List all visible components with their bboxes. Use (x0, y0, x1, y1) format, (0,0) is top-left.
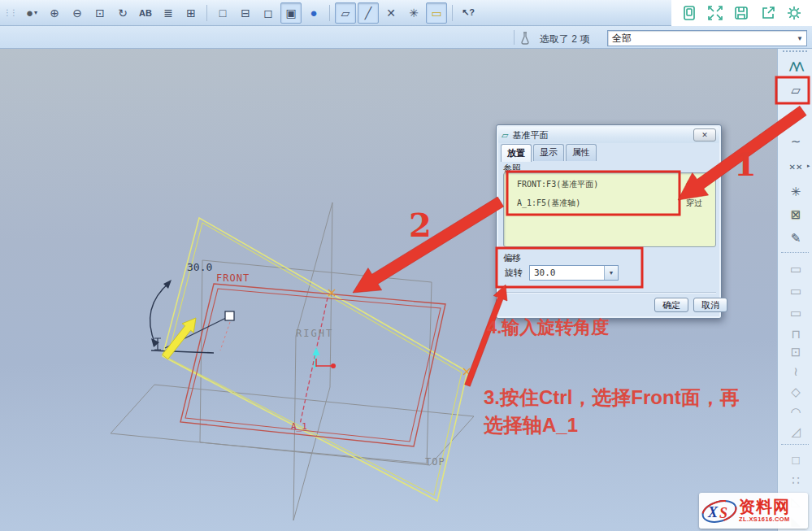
reference-constraint[interactable]: 穿过 (686, 198, 702, 209)
share-icon[interactable] (759, 4, 777, 22)
tab-placement[interactable]: 放置 (501, 144, 532, 162)
datum-plane-display-button[interactable]: ▱ (335, 2, 356, 24)
copy-geometry-icon: ▭ (790, 262, 801, 276)
zoom-in-button[interactable]: ⊕ (44, 2, 65, 24)
datum-point-display-button[interactable]: ✕ (380, 2, 402, 24)
context-help-button[interactable]: ↖? (458, 2, 479, 24)
fullscreen-icon[interactable] (706, 4, 724, 22)
dialog-separator (502, 292, 716, 294)
copy-geometry-button-2[interactable]: ▭ (784, 281, 808, 302)
reference-row[interactable]: FRONT:F3(基准平面) 偏移 (504, 179, 715, 190)
selection-filter-combobox[interactable]: 全部 ▼ (607, 30, 807, 46)
datum-curve-tool-button[interactable]: ∼ (784, 131, 808, 152)
coordinate-system-tool-button[interactable]: ✳ (784, 181, 808, 202)
top-plane-label: TOP (425, 456, 445, 468)
wireframe-display-button[interactable]: □ (212, 2, 233, 24)
angle-arc (150, 282, 170, 344)
cancel-button[interactable]: 取消 (693, 298, 727, 312)
reorient-button[interactable]: ↻ (112, 2, 133, 24)
boundary-blend-tool-button[interactable]: ◇ (784, 381, 808, 403)
reference-row[interactable]: A_1:F5(基准轴) 穿过 (504, 198, 715, 209)
tab-properties[interactable]: 属性 (566, 144, 597, 161)
pattern-tool-button[interactable]: ∷ (784, 470, 808, 491)
revolve-tool-button[interactable]: ⊡ (784, 342, 808, 363)
reorient-icon: ↻ (118, 7, 128, 20)
note-orientation-icon: AB (139, 8, 152, 18)
hidden-line-display-button[interactable]: ⊟ (235, 2, 256, 24)
coordinate-system-icon: ✳ (791, 185, 801, 199)
chevron-down-icon: ▾ (34, 9, 37, 16)
zoom-in-icon: ⊕ (50, 7, 59, 20)
sidebar-grip[interactable] (783, 50, 807, 52)
shaded-display-button[interactable]: ▣ (280, 2, 302, 24)
reference-constraint[interactable]: 偏移 (686, 179, 702, 190)
sketch-icon: ✎ (791, 231, 801, 246)
copy-geometry-button-1[interactable]: ▭ (784, 259, 808, 280)
sketch-tool-button[interactable]: ✎ (784, 228, 808, 249)
references-list[interactable]: FRONT:F3(基准平面) 偏移 A_1:F5(基准轴) 穿过 (503, 172, 716, 247)
datum-plane-icon: ▱ (791, 83, 801, 98)
rotation-dropdown-button[interactable]: ▼ (604, 266, 618, 280)
csys-display-button[interactable]: ✳ (403, 2, 424, 24)
chamfer-tool-button[interactable]: ◿ (784, 421, 808, 442)
datum-point-tool-button[interactable]: ✕✕ (784, 156, 808, 177)
toolbar-separator (452, 5, 453, 21)
shell-tool-button[interactable]: □ (784, 449, 808, 470)
round-tool-button[interactable]: ◠ (784, 402, 808, 423)
copy-geometry-button-3[interactable]: ▭ (784, 302, 808, 324)
view-manager-button[interactable]: ⊞ (180, 2, 202, 24)
hidden-edge-line (220, 322, 230, 350)
ok-button[interactable]: 确定 (654, 298, 688, 312)
offset-point-tool-button[interactable]: ⊠ (784, 204, 808, 225)
csys-x-arrow (316, 359, 331, 367)
no-hidden-display-button[interactable]: ◻ (258, 2, 279, 24)
datum-axis-display-button[interactable]: ╱ (358, 2, 379, 24)
toolbar-grip[interactable]: ⋮⋮ (3, 8, 16, 17)
realtime-render-button[interactable]: ● (303, 2, 324, 24)
rotation-drag-handle[interactable] (225, 311, 234, 320)
watermark-logo-x: X (707, 504, 719, 520)
sweep-tool-button[interactable]: ≀ (784, 361, 808, 382)
save-icon[interactable] (732, 4, 750, 22)
dropdown-arrow-icon[interactable]: ▼ (793, 35, 806, 42)
reference-name: A_1:F5(基准轴) (517, 198, 580, 209)
refit-button[interactable]: ⊡ (89, 2, 111, 24)
wireframe-cube-icon: □ (219, 7, 226, 20)
annotation-display-icon: ▭ (431, 7, 441, 20)
flyout-arrow-icon[interactable]: ▸ (807, 163, 810, 169)
annotation-display-button[interactable]: ▭ (426, 2, 447, 24)
rotation-value[interactable]: 30.0 (530, 268, 604, 278)
cad-application-window: ⋮⋮ ●▾ ⊕ ⊖ ⊡ ↻ AB ≣ ⊞ □ ⊟ ◻ ▣ ● ▱ ╱ ✕ ✳ ▭… (0, 0, 812, 531)
boundary-blend-icon: ◇ (791, 385, 801, 399)
chamfer-icon: ◿ (791, 424, 801, 439)
style-tool-button[interactable]: ⋀⋀ (784, 55, 808, 76)
dialog-title: 基准平面 (512, 129, 548, 141)
datum-axis-tool-button[interactable]: ╱ (784, 106, 808, 127)
no-hidden-cube-icon: ◻ (263, 7, 273, 20)
close-button[interactable]: ✕ (693, 128, 716, 141)
browser-extension-bar (671, 0, 812, 26)
datum-curve-icon: ∼ (791, 134, 801, 149)
dialog-titlebar[interactable]: ▱ 基准平面 ✕ (498, 127, 719, 143)
layers-button[interactable]: ≣ (158, 2, 179, 24)
datum-plane-tool-button[interactable]: ▱ (784, 80, 808, 101)
axis-a1-line[interactable] (300, 298, 328, 424)
dialog-tabs: 放置 显示 属性 (501, 145, 597, 161)
layers-icon: ≣ (163, 7, 173, 20)
watermark-logo: X S (701, 494, 738, 527)
tab-display[interactable]: 显示 (533, 144, 564, 161)
watermark-brand: 资料网 (739, 498, 790, 515)
zoom-out-button[interactable]: ⊖ (67, 2, 88, 24)
rotation-combobox[interactable]: 30.0 ▼ (529, 265, 619, 281)
right-plane-outline[interactable] (293, 202, 332, 520)
toolbar-separator (329, 5, 330, 21)
style-tool-icon: ⋀⋀ (789, 60, 802, 72)
note-orientation-button[interactable]: AB (135, 2, 156, 24)
settings-gear-icon[interactable] (785, 4, 803, 22)
appearance-gallery-button[interactable]: ●▾ (21, 2, 42, 24)
render-sphere-icon: ● (310, 6, 317, 20)
screenshot-icon[interactable] (680, 4, 698, 22)
copy-geometry-icon: ▭ (790, 284, 801, 298)
datum-point-icon: ✕✕ (789, 163, 803, 172)
selection-status-text: 选取了 2 项 (540, 33, 589, 46)
